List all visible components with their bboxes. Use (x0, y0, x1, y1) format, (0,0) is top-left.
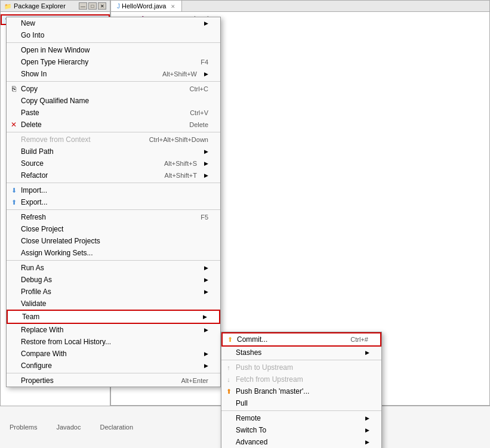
tab-javadoc[interactable]: Javadoc (51, 421, 85, 433)
menu-item-comparewith[interactable]: Compare With ▶ (7, 348, 220, 360)
menu-item-configure[interactable]: Configure ▶ (7, 360, 220, 372)
menu-label-export: Export... (21, 198, 48, 206)
menu-item-gointo[interactable]: Go Into (7, 29, 220, 41)
tab-javadoc-label: Javadoc (56, 424, 81, 431)
maximize-btn[interactable]: □ (88, 2, 97, 10)
menu-item-closeproject[interactable]: Close Project (7, 223, 220, 235)
fetch-icon: ↓ (224, 375, 233, 384)
minimize-btn[interactable]: — (79, 2, 87, 10)
menu-item-advanced[interactable]: Advanced ▶ (221, 436, 381, 448)
menu-item-runas[interactable]: Run As ▶ (7, 262, 220, 274)
menu-item-refresh[interactable]: Refresh F5 (7, 211, 220, 223)
menu-label-profileas: Profile As (21, 288, 51, 296)
menu-item-pull[interactable]: Pull (221, 397, 381, 409)
separator-6 (7, 260, 220, 261)
arrow-team: ▶ (203, 314, 207, 320)
arrow-new: ▶ (204, 20, 208, 26)
menu-label-paste: Paste (21, 109, 39, 117)
menu-item-team[interactable]: Team ▶ (7, 310, 220, 324)
tab-problems[interactable]: Problems (5, 421, 42, 433)
shortcut-refresh: F5 (201, 214, 208, 221)
menu-label-buildpath: Build Path (21, 147, 54, 156)
arrow-advanced: ▶ (365, 439, 369, 445)
ide-background: 📁 Package Explorer — □ ✕ ▼ ⚙ git-practic… (0, 0, 490, 448)
menu-item-import[interactable]: ⬇ Import... (7, 184, 220, 196)
menu-item-paste[interactable]: Paste Ctrl+V (7, 107, 220, 119)
export-icon: ⬆ (9, 197, 19, 207)
tab-problems-label: Problems (10, 424, 37, 431)
close-btn[interactable]: ✕ (98, 2, 106, 10)
import-icon: ⬇ (9, 186, 19, 195)
shortcut-paste: Ctrl+V (190, 109, 208, 116)
team-submenu: ⬆ Commit... Ctrl+# Stashes ▶ ↑ Push to U… (221, 332, 382, 448)
menu-label-replacewith: Replace With (21, 326, 63, 334)
menu-label-copy: Copy (21, 85, 38, 93)
shortcut-source: Alt+Shift+S (164, 160, 197, 167)
editor-tab-helloword[interactable]: J HelloWord.java ✕ (111, 1, 182, 11)
menu-item-remote[interactable]: Remote ▶ (221, 412, 381, 424)
tab-declaration[interactable]: Declaration (95, 421, 138, 433)
menu-label-commit: Commit... (237, 335, 267, 344)
menu-item-stashes[interactable]: Stashes ▶ (221, 347, 381, 359)
menu-label-delete: Delete (21, 121, 42, 129)
panel-title-bar: 📁 Package Explorer — □ ✕ (1, 1, 110, 12)
menu-label-pushtoupstream: Push to Upstream (236, 363, 293, 372)
separator-7 (7, 373, 220, 373)
menu-item-assignworkingsets[interactable]: Assign Working Sets... (7, 247, 220, 259)
java-file-icon: J (117, 3, 120, 10)
menu-item-validate[interactable]: Validate (7, 298, 220, 310)
copy-icon: ⎘ (9, 84, 19, 94)
menu-item-removefromcontext[interactable]: Remove from Context Ctrl+Alt+Shift+Down (7, 134, 220, 146)
menu-item-switchto[interactable]: Switch To ▶ (221, 424, 381, 436)
arrow-stashes: ▶ (365, 350, 369, 356)
menu-item-profileas[interactable]: Profile As ▶ (7, 286, 220, 298)
separator-team-2 (221, 410, 381, 411)
menu-item-commit[interactable]: ⬆ Commit... Ctrl+# (221, 332, 381, 347)
menu-item-delete[interactable]: ✕ Delete Delete (7, 119, 220, 131)
menu-item-opennewwindow[interactable]: Open in New Window (7, 44, 220, 56)
menu-item-closeunrelated[interactable]: Close Unrelated Projects (7, 235, 220, 247)
menu-label-assignworkingsets: Assign Working Sets... (21, 249, 93, 257)
menu-item-refactor[interactable]: Refactor Alt+Shift+T ▶ (7, 169, 220, 181)
menu-item-replacewith[interactable]: Replace With ▶ (7, 324, 220, 336)
menu-item-source[interactable]: Source Alt+Shift+S ▶ (7, 157, 220, 169)
menu-label-fetchfromupstream: Fetch from Upstream (236, 375, 303, 384)
shortcut-copy: Ctrl+C (190, 85, 208, 92)
arrow-buildpath: ▶ (204, 149, 208, 155)
menu-label-opentypehierarchy: Open Type Hierarchy (21, 58, 88, 66)
arrow-remote: ▶ (365, 415, 369, 421)
menu-item-pushtoupstream[interactable]: ↑ Push to Upstream (221, 362, 381, 373)
menu-item-copyqualified[interactable]: Copy Qualified Name (7, 95, 220, 107)
menu-label-source: Source (21, 159, 44, 168)
menu-item-export[interactable]: ⬆ Export... (7, 196, 220, 208)
menu-item-restorefromlocal[interactable]: Restore from Local History... (7, 336, 220, 348)
menu-label-new: New (21, 19, 35, 27)
menu-item-pushbranchmaster[interactable]: ⬆ Push Branch 'master'... (221, 385, 381, 397)
menu-label-opennewwindow: Open in New Window (21, 46, 90, 54)
close-tab-icon[interactable]: ✕ (171, 4, 175, 10)
menu-label-runas: Run As (21, 264, 44, 272)
menu-label-closeunrelated: Close Unrelated Projects (21, 237, 100, 245)
menu-item-copy[interactable]: ⎘ Copy Ctrl+C (7, 83, 220, 95)
menu-label-comparewith: Compare With (21, 350, 67, 358)
editor-tab-label: HelloWord.java (122, 2, 166, 10)
menu-label-stashes: Stashes (236, 348, 261, 357)
menu-item-fetchfromupstream[interactable]: ↓ Fetch from Upstream (221, 373, 381, 385)
menu-label-closeproject: Close Project (21, 225, 63, 233)
arrow-source: ▶ (204, 160, 208, 166)
menu-item-properties[interactable]: Properties Alt+Enter (7, 375, 220, 387)
commit-icon: ⬆ (225, 335, 235, 344)
delete-icon: ✕ (9, 120, 19, 129)
menu-label-refresh: Refresh (21, 213, 46, 221)
arrow-configure: ▶ (204, 363, 208, 369)
context-menu: New ▶ Go Into Open in New Window Open Ty… (6, 17, 221, 387)
menu-item-opentypehierarchy[interactable]: Open Type Hierarchy F4 (7, 56, 220, 68)
menu-item-showin[interactable]: Show In Alt+Shift+W ▶ (7, 68, 220, 80)
menu-item-new[interactable]: New ▶ (7, 17, 220, 29)
arrow-replacewith: ▶ (204, 327, 208, 333)
menu-item-debugas[interactable]: Debug As ▶ (7, 274, 220, 286)
menu-item-buildpath[interactable]: Build Path ▶ (7, 146, 220, 157)
arrow-refactor: ▶ (204, 172, 208, 178)
tab-declaration-label: Declaration (100, 424, 133, 431)
push-upstream-icon: ↑ (224, 363, 233, 372)
